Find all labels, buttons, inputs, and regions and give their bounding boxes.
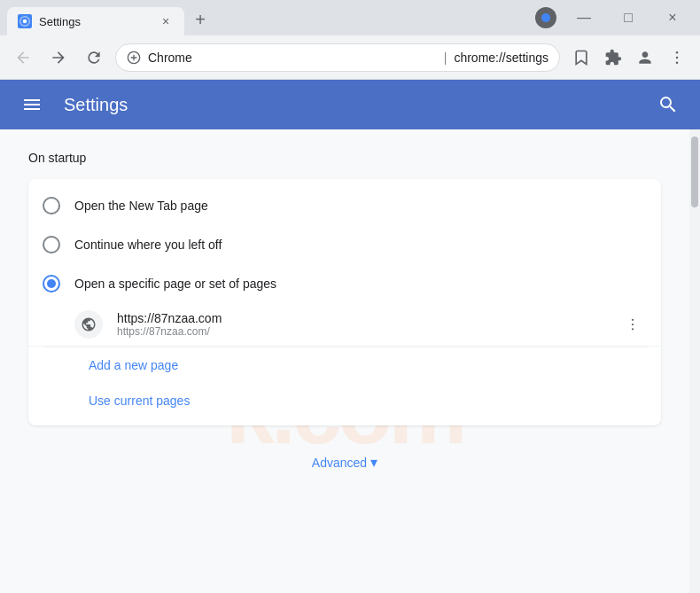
close-window-button[interactable]: ×	[652, 4, 693, 32]
maximize-button[interactable]: □	[608, 4, 649, 32]
svg-point-7	[632, 328, 634, 330]
advanced-label: Advanced	[312, 456, 367, 470]
recording-indicator	[535, 7, 556, 28]
browser-window: Settings × + — □ × Chrome	[0, 0, 700, 593]
svg-point-5	[632, 319, 634, 321]
search-icon	[657, 94, 679, 115]
lock-icon	[127, 51, 141, 65]
menu-button[interactable]	[663, 43, 691, 72]
bookmark-button[interactable]	[567, 43, 595, 72]
tab-favicon	[18, 14, 32, 28]
url-text-block: https://87nzaa.com https://87nzaa.com/	[117, 311, 618, 338]
globe-icon	[81, 316, 97, 332]
add-page-block: Add a new page	[28, 347, 661, 383]
radio-new-tab[interactable]	[43, 197, 60, 215]
settings-content: pck.com On startup Open the New Tab page…	[0, 129, 700, 593]
on-startup-label: On startup	[28, 151, 661, 165]
advanced-section: Advanced ▾	[28, 425, 661, 485]
bookmark-icon	[572, 49, 590, 66]
scrollbar-thumb[interactable]	[691, 137, 698, 207]
address-url: chrome://settings	[454, 51, 548, 65]
address-divider: |	[444, 51, 447, 65]
more-vert-url-icon	[625, 316, 641, 332]
option-specific-page-label: Open a specific page or set of pages	[74, 277, 276, 291]
radio-continue[interactable]	[43, 236, 60, 254]
svg-point-4	[676, 61, 679, 64]
content-scroll[interactable]: pck.com On startup Open the New Tab page…	[0, 129, 689, 593]
svg-point-2	[676, 51, 679, 53]
url-site-icon	[74, 310, 103, 339]
settings-title: Settings	[64, 95, 650, 115]
profile-button[interactable]	[631, 43, 659, 72]
back-icon	[14, 49, 32, 66]
svg-point-0	[23, 20, 27, 24]
puzzle-icon	[604, 49, 622, 66]
option-continue[interactable]: Continue where you left off	[28, 225, 661, 264]
url-secondary: https://87nzaa.com/	[117, 325, 618, 338]
active-tab[interactable]: Settings ×	[7, 7, 184, 35]
reload-button[interactable]	[80, 43, 108, 72]
option-new-tab[interactable]: Open the New Tab page	[28, 186, 661, 225]
use-current-block: Use current pages	[28, 383, 661, 418]
tab-close-button[interactable]: ×	[158, 13, 174, 29]
svg-point-3	[676, 56, 679, 59]
startup-options-card: Open the New Tab page Continue where you…	[28, 179, 661, 425]
url-primary: https://87nzaa.com	[117, 311, 618, 325]
back-button[interactable]	[9, 43, 37, 72]
advanced-button[interactable]: Advanced ▾	[312, 454, 377, 471]
use-current-pages-link[interactable]: Use current pages	[74, 383, 204, 418]
window-controls: — □ ×	[564, 4, 693, 32]
forward-button[interactable]	[44, 43, 73, 72]
settings-search-button[interactable]	[650, 87, 686, 122]
hamburger-button[interactable]	[14, 87, 50, 122]
add-new-page-link[interactable]: Add a new page	[74, 347, 192, 383]
option-new-tab-label: Open the New Tab page	[74, 199, 208, 213]
url-more-button[interactable]	[618, 310, 647, 339]
scrollbar-track[interactable]	[689, 129, 700, 593]
address-bar[interactable]: Chrome | chrome://settings	[115, 43, 560, 72]
nav-bar: Chrome | chrome://settings	[0, 35, 700, 80]
tab-title: Settings	[39, 15, 151, 28]
hamburger-icon	[21, 94, 43, 115]
minimize-button[interactable]: —	[564, 4, 604, 32]
advanced-arrow-icon: ▾	[370, 454, 377, 471]
radio-specific-page[interactable]	[43, 275, 60, 293]
extensions-button[interactable]	[599, 43, 627, 72]
option-continue-label: Continue where you left off	[74, 238, 222, 252]
option-specific-page[interactable]: Open a specific page or set of pages	[28, 264, 661, 303]
reload-icon	[85, 49, 103, 66]
url-entry: https://87nzaa.com https://87nzaa.com/	[28, 303, 661, 347]
settings-header: Settings	[0, 80, 700, 129]
tab-bar: Settings × +	[7, 0, 535, 35]
forward-icon	[50, 49, 67, 66]
more-vert-icon	[668, 49, 686, 66]
settings-favicon-icon	[19, 16, 30, 27]
title-bar: Settings × + — □ ×	[0, 0, 700, 35]
toolbar-icons	[567, 43, 691, 72]
site-name: Chrome	[148, 51, 437, 65]
new-tab-button[interactable]: +	[188, 7, 213, 32]
svg-point-6	[632, 324, 634, 325]
profile-icon	[636, 49, 654, 66]
